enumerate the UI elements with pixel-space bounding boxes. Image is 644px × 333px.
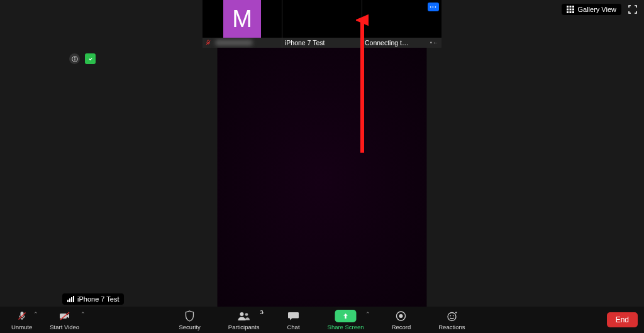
thumbnail-participant[interactable]: iPhone 7 Test	[282, 0, 362, 48]
people-icon	[237, 310, 251, 322]
svg-point-19	[245, 313, 248, 316]
svg-point-23	[450, 315, 451, 316]
fullscreen-button[interactable]	[625, 3, 640, 16]
svg-point-22	[448, 312, 456, 320]
svg-rect-1	[74, 58, 75, 61]
unmute-button[interactable]: ⌃ Unmute	[6, 310, 37, 330]
signal-icon	[67, 296, 74, 302]
chat-button[interactable]: Chat	[282, 310, 304, 330]
security-button[interactable]: Security	[174, 310, 205, 330]
svg-rect-8	[567, 9, 569, 11]
thumbnail-name-bar: Connecting t… •←	[362, 38, 441, 48]
record-icon	[396, 310, 407, 322]
video-off-tile	[307, 3, 337, 33]
chevron-up-icon[interactable]: ⌃	[33, 311, 38, 317]
chat-label: Chat	[287, 324, 299, 330]
unmute-label: Unmute	[11, 324, 32, 330]
svg-rect-5	[567, 6, 569, 8]
chat-icon	[287, 310, 299, 322]
participant-name-redacted	[215, 40, 253, 46]
participants-button[interactable]: ⌃ 3 Participants	[223, 310, 265, 330]
mic-muted-icon	[16, 310, 28, 322]
meeting-badges	[69, 53, 96, 64]
thumbnail-participant[interactable]: ··· Connecting t… •←	[362, 0, 441, 48]
svg-rect-12	[570, 11, 572, 13]
svg-point-21	[399, 314, 403, 318]
svg-point-24	[453, 315, 454, 316]
encryption-shield-icon[interactable]	[85, 53, 96, 64]
svg-rect-13	[572, 11, 574, 13]
share-screen-icon	[335, 310, 357, 322]
reactions-button[interactable]: Reactions	[433, 310, 470, 330]
record-label: Record	[392, 324, 411, 330]
thumbnail-name-bar: iPhone 7 Test	[282, 38, 362, 48]
chevron-up-icon[interactable]: ⌃	[80, 311, 86, 317]
reactions-icon	[446, 310, 457, 322]
mic-muted-icon	[205, 40, 211, 46]
reactions-label: Reactions	[438, 324, 465, 330]
grid-icon	[567, 6, 574, 13]
security-label: Security	[179, 324, 200, 330]
share-screen-button[interactable]: ⌃ Share Screen	[323, 310, 369, 330]
participants-label: Participants	[228, 324, 260, 330]
info-icon[interactable]	[69, 53, 80, 64]
share-screen-label: Share Screen	[328, 324, 364, 330]
gallery-view-label: Gallery View	[577, 6, 616, 13]
audio-source-label: iPhone 7 Test	[77, 295, 119, 303]
svg-rect-11	[567, 11, 569, 13]
avatar: M	[223, 0, 261, 38]
svg-point-18	[240, 312, 244, 316]
participant-thumbnails: M iPhone 7 Test ··· Connecting t… •←	[203, 0, 441, 48]
avatar-initial: M	[232, 6, 252, 33]
thumbnail-name-bar	[203, 38, 282, 48]
participants-count: 3	[260, 309, 263, 315]
participant-name: iPhone 7 Test	[285, 39, 325, 46]
active-video	[218, 48, 427, 309]
participant-name: Connecting t…	[365, 39, 408, 46]
svg-point-2	[74, 57, 75, 58]
shield-icon	[185, 310, 195, 322]
camera-off-icon	[58, 310, 71, 322]
record-button[interactable]: Record	[387, 310, 416, 330]
audio-source-indicator[interactable]: iPhone 7 Test	[62, 293, 124, 305]
start-video-button[interactable]: ⌃ Start Video	[45, 310, 84, 330]
svg-rect-10	[572, 9, 574, 11]
gallery-view-button[interactable]: Gallery View	[562, 4, 621, 15]
thumbnail-participant[interactable]: M	[203, 0, 282, 48]
svg-rect-7	[572, 6, 574, 8]
video-off-tile	[387, 3, 417, 33]
svg-rect-6	[570, 6, 572, 8]
end-meeting-button[interactable]: End	[607, 312, 638, 327]
svg-rect-9	[570, 9, 572, 11]
thumbnail-more-menu[interactable]: ···	[428, 3, 439, 11]
chevron-up-icon[interactable]: ⌃	[365, 311, 370, 317]
connecting-icon: •←	[430, 40, 439, 46]
meeting-controls: ⌃ Unmute ⌃ Start Video Security ⌃ 3	[0, 307, 644, 333]
start-video-label: Start Video	[50, 324, 79, 330]
